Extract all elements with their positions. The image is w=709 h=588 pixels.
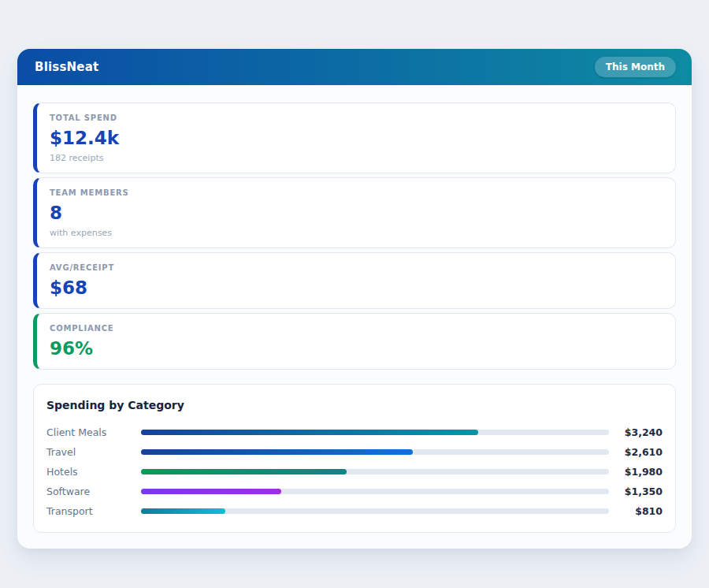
category-amount: $2,610 (617, 446, 663, 458)
spending-row-software: Software $1,350 (46, 482, 663, 501)
spending-row-travel: Travel $2,610 (46, 442, 663, 462)
stat-value: $12.4k (50, 126, 663, 150)
stat-value: 8 (50, 201, 663, 225)
stat-label: TEAM MEMBERS (50, 188, 663, 199)
category-label: Client Meals (46, 426, 141, 438)
bar-fill (141, 489, 281, 494)
stat-card-total-spend: TOTAL SPEND $12.4k 182 receipts (33, 102, 676, 173)
bar-fill (141, 469, 347, 474)
stat-value: $68 (50, 276, 663, 300)
spending-row-hotels: Hotels $1,980 (46, 462, 663, 482)
category-label: Transport (46, 505, 141, 517)
stat-subtext: with expenses (50, 227, 663, 239)
bar-fill (141, 430, 478, 435)
stat-subtext: 182 receipts (50, 152, 663, 164)
bar-track (141, 469, 609, 474)
spending-row-client-meals: Client Meals $3,240 (46, 422, 663, 442)
bar-track (141, 508, 609, 514)
bar-fill (141, 449, 413, 455)
stat-label: TOTAL SPEND (50, 113, 663, 124)
stats-section: TOTAL SPEND $12.4k 182 receipts TEAM MEM… (33, 102, 676, 370)
spending-row-transport: Transport $810 (46, 501, 663, 521)
bar-fill (141, 508, 225, 514)
spending-title: Spending by Category (46, 397, 663, 413)
stat-card-team-members: TEAM MEMBERS 8 with expenses (33, 177, 676, 248)
bar-track (141, 449, 609, 455)
category-label: Travel (46, 446, 141, 458)
dashboard-card: BlissNeat This Month TOTAL SPEND $12.4k … (17, 49, 692, 549)
category-amount: $3,240 (617, 426, 663, 438)
period-badge[interactable]: This Month (595, 57, 676, 77)
stat-label: COMPLIANCE (50, 323, 663, 334)
app-title: BlissNeat (35, 60, 98, 74)
category-label: Software (46, 486, 141, 497)
bar-track (141, 489, 609, 494)
spending-by-category-card: Spending by Category Client Meals $3,240… (33, 384, 676, 533)
category-label: Hotels (46, 466, 141, 478)
stat-label: AVG/RECEIPT (50, 262, 663, 274)
category-amount: $810 (617, 505, 663, 517)
category-amount: $1,350 (617, 486, 663, 497)
dashboard-content: TOTAL SPEND $12.4k 182 receipts TEAM MEM… (17, 85, 692, 549)
stat-card-compliance: COMPLIANCE 96% (33, 313, 676, 370)
bar-track (141, 430, 609, 435)
stat-value: 96% (50, 337, 663, 360)
stat-card-avg-receipt: AVG/RECEIPT $68 (33, 252, 676, 309)
app-header: BlissNeat This Month (17, 49, 692, 85)
category-amount: $1,980 (617, 466, 663, 478)
